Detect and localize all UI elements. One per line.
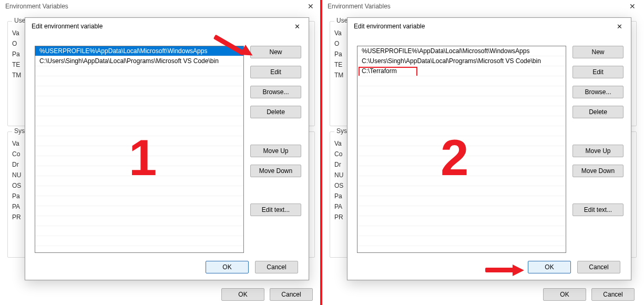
bg-title: Environment Variables xyxy=(328,3,391,10)
list-item[interactable] xyxy=(357,96,566,106)
step-number-2: 2 xyxy=(441,129,468,187)
edit-var-dialog-left: Edit environment variable ✕ %USERPROFILE… xyxy=(25,17,309,280)
list-item[interactable] xyxy=(35,86,243,96)
list-item[interactable]: %USERPROFILE%\AppData\Local\Microsoft\Wi… xyxy=(357,46,566,56)
list-item[interactable]: %USERPROFILE%\AppData\Local\Microsoft\Wi… xyxy=(35,46,243,56)
list-item[interactable]: C:\Terraform xyxy=(357,66,566,76)
edit-button[interactable]: Edit xyxy=(573,66,623,78)
list-item[interactable] xyxy=(35,226,243,236)
close-icon[interactable]: ✕ xyxy=(304,2,317,11)
bg-cancel-button[interactable]: Cancel xyxy=(270,288,313,301)
dialog-sidebar: New Edit Browse... Delete Move Up Move D… xyxy=(573,46,623,216)
arrow-to-new xyxy=(214,33,262,59)
step-number-1: 1 xyxy=(129,129,157,187)
browse-button[interactable]: Browse... xyxy=(250,86,301,98)
browse-button[interactable]: Browse... xyxy=(573,86,623,98)
edit-text-button[interactable]: Edit text... xyxy=(250,204,301,216)
list-item[interactable] xyxy=(35,116,243,126)
dialog-title: Edit environment variable xyxy=(32,23,103,30)
list-item[interactable] xyxy=(35,236,243,246)
ok-button[interactable]: OK xyxy=(206,261,249,273)
ok-button[interactable]: OK xyxy=(528,261,571,273)
arrow-to-ok xyxy=(485,265,533,277)
list-item[interactable]: C:\Users\Singh\AppData\Local\Programs\Mi… xyxy=(35,56,243,66)
list-item[interactable] xyxy=(35,186,243,196)
edit-button[interactable]: Edit xyxy=(250,66,301,78)
list-item[interactable] xyxy=(35,66,243,76)
dialog-title: Edit environment variable xyxy=(354,23,425,30)
list-item[interactable] xyxy=(35,206,243,216)
delete-button[interactable]: Delete xyxy=(250,106,301,118)
list-item[interactable] xyxy=(35,96,243,106)
list-item[interactable] xyxy=(357,106,566,116)
edit-var-dialog-right: Edit environment variable ✕ %USERPROFILE… xyxy=(347,17,631,280)
bg-cancel-button[interactable]: Cancel xyxy=(591,288,635,301)
bg-title: Environment Variables xyxy=(5,3,68,10)
pane-right: Environment Variables ✕ User VaOPaTETM ▴… xyxy=(322,0,644,305)
list-item[interactable] xyxy=(357,76,566,86)
move-up-button[interactable]: Move Up xyxy=(250,145,301,157)
list-item[interactable] xyxy=(357,86,566,96)
list-item[interactable] xyxy=(357,196,566,206)
list-item[interactable]: C:\Users\Singh\AppData\Local\Programs\Mi… xyxy=(357,56,566,66)
move-up-button[interactable]: Move Up xyxy=(573,145,623,157)
cancel-button[interactable]: Cancel xyxy=(255,261,298,273)
close-icon[interactable]: ✕ xyxy=(290,21,304,32)
list-item[interactable] xyxy=(357,226,566,236)
bg-ok-button[interactable]: OK xyxy=(221,288,264,301)
edit-text-button[interactable]: Edit text... xyxy=(573,204,623,216)
list-item[interactable] xyxy=(35,76,243,86)
close-icon[interactable]: ✕ xyxy=(612,21,627,32)
delete-button[interactable]: Delete xyxy=(573,106,623,118)
list-item[interactable] xyxy=(357,186,566,196)
list-item[interactable] xyxy=(35,216,243,226)
new-button[interactable]: New xyxy=(573,46,623,58)
close-icon[interactable]: ✕ xyxy=(626,2,639,11)
list-item[interactable] xyxy=(357,206,566,216)
bg-ok-button[interactable]: OK xyxy=(543,288,586,301)
pane-left: Environment Variables ✕ User VaOPaTETM ▴… xyxy=(0,0,322,305)
move-down-button[interactable]: Move Down xyxy=(250,165,301,177)
list-item[interactable] xyxy=(35,196,243,206)
canvas: { "bg": { "title": "Environment Variable… xyxy=(0,0,644,305)
list-item[interactable] xyxy=(357,116,566,126)
list-item[interactable] xyxy=(357,236,566,246)
cancel-button[interactable]: Cancel xyxy=(577,261,620,273)
list-item[interactable] xyxy=(35,106,243,116)
move-down-button[interactable]: Move Down xyxy=(573,165,623,177)
dialog-sidebar: New Edit Browse... Delete Move Up Move D… xyxy=(250,46,301,216)
list-item[interactable] xyxy=(357,216,566,226)
